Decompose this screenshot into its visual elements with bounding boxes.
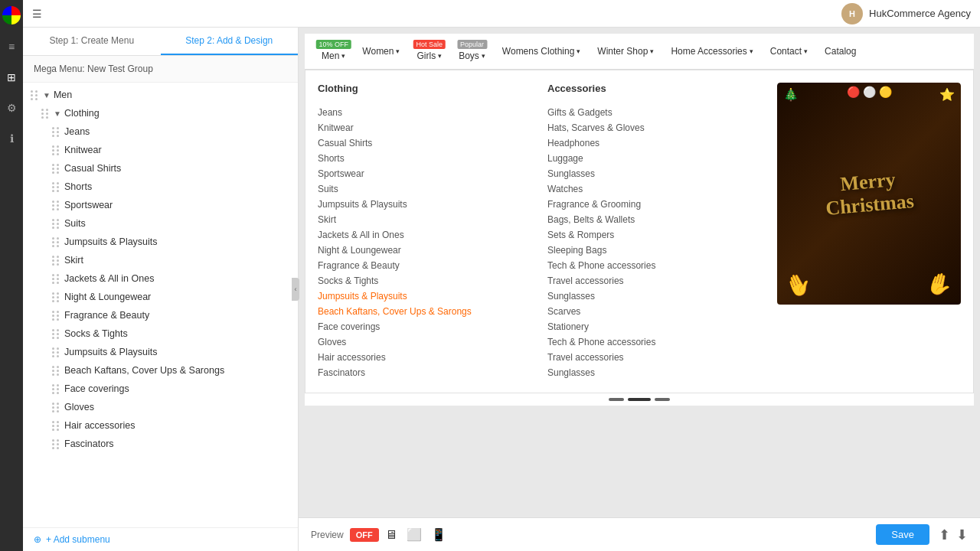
mobile-icon[interactable]: 📱 <box>431 527 446 542</box>
preview-toggle[interactable]: OFF <box>350 528 379 542</box>
acc-item-sunglasses2[interactable]: Sunglasses <box>547 289 762 304</box>
menu-item-gloves[interactable]: Gloves <box>23 398 298 416</box>
acc-item-luggage[interactable]: Luggage <box>547 151 762 166</box>
tablet-icon[interactable]: ⬜ <box>407 527 422 542</box>
menu-item-socks-tights[interactable]: Socks & Tights <box>23 324 298 343</box>
item-label: Sportswear <box>64 200 292 210</box>
item-label: Fascinators <box>64 439 292 449</box>
item-label: Night & Loungewear <box>64 292 292 302</box>
acc-item-travel2[interactable]: Travel accessories <box>547 350 762 365</box>
clothing-item-fragrance[interactable]: Fragrance & Beauty <box>318 258 532 273</box>
item-label: Hair accessories <box>64 420 292 431</box>
drag-handle <box>52 439 60 449</box>
nav-item-womens-clothing[interactable]: Womens Clothing ▾ <box>495 43 589 60</box>
acc-item-travel[interactable]: Travel accessories <box>547 273 762 289</box>
christmas-image-container: 🎄 ⭐ 🔴 ⚪ 🟡 MerryChristmas <box>777 83 961 380</box>
nav-item-catalog[interactable]: Catalog <box>817 43 864 60</box>
menu-item-face-coverings[interactable]: Face coverings <box>23 380 298 398</box>
nav-item-men[interactable]: 10% OFF Men ▾ <box>314 38 353 64</box>
tab-step1[interactable]: Step 1: Create Menu <box>23 28 161 55</box>
clothing-item-skirt[interactable]: Skirt <box>318 212 532 227</box>
slider-dot-1[interactable] <box>609 398 624 401</box>
tab-step2[interactable]: Step 2: Add & Design <box>161 28 299 55</box>
acc-item-bags[interactable]: Bags, Belts & Wallets <box>547 212 762 227</box>
menu-item-jackets[interactable]: Jackets & All in Ones <box>23 269 298 288</box>
app-sidebar: ≡ ⊞ ⚙ ℹ <box>0 0 23 551</box>
menu-item-knitwear[interactable]: Knitwear <box>23 141 298 159</box>
menu-item-night-loungewear[interactable]: Night & Loungewear <box>23 288 298 306</box>
nav-item-boys[interactable]: Popular Boys ▾ <box>451 38 493 64</box>
sidebar-settings-icon[interactable]: ⚙ <box>3 99 20 116</box>
clothing-item-jackets[interactable]: Jackets & All in Ones <box>318 227 532 243</box>
clothing-item-socks-tights[interactable]: Socks & Tights <box>318 273 532 289</box>
menu-item-beach-kaftans[interactable]: Beach Kaftans, Cover Ups & Sarongs <box>23 361 298 380</box>
top-bar: ☰ H HukCommerce Agency <box>23 0 980 28</box>
clothing-item-night-loungewear[interactable]: Night & Loungewear <box>318 243 532 258</box>
acc-item-sleeping-bags[interactable]: Sleeping Bags <box>547 243 762 258</box>
drag-handle <box>52 274 60 284</box>
acc-item-sets[interactable]: Sets & Rompers <box>547 227 762 243</box>
nav-item-girls[interactable]: Hot Sale Girls ▾ <box>409 38 449 64</box>
clothing-item-jumpsuits2[interactable]: Jumpsuits & Playsuits <box>318 289 532 304</box>
acc-item-sunglasses[interactable]: Sunglasses <box>547 166 762 181</box>
left-panel-wrapper: Step 1: Create Menu Step 2: Add & Design… <box>23 28 299 551</box>
acc-item-fragrance[interactable]: Fragrance & Grooming <box>547 197 762 212</box>
menu-item-suits[interactable]: Suits <box>23 214 298 233</box>
acc-item-watches[interactable]: Watches <box>547 181 762 197</box>
menu-item-casual-shirts[interactable]: Casual Shirts <box>23 159 298 178</box>
clothing-item-gloves[interactable]: Gloves <box>318 334 532 350</box>
hamburger-icon[interactable]: ☰ <box>32 8 42 20</box>
item-label: Socks & Tights <box>64 328 292 339</box>
nav-item-women[interactable]: Women ▾ <box>354 43 407 60</box>
clothing-item-face-coverings[interactable]: Face coverings <box>318 319 532 334</box>
menu-item-jumpsuits2[interactable]: Jumpsuits & Playsuits <box>23 343 298 361</box>
nav-item-contact[interactable]: Contact ▾ <box>763 43 815 60</box>
menu-item-sportswear[interactable]: Sportswear <box>23 196 298 214</box>
acc-item-gifts[interactable]: Gifts & Gadgets <box>547 105 762 120</box>
acc-item-stationery[interactable]: Stationery <box>547 319 762 334</box>
acc-item-tech-phone[interactable]: Tech & Phone accessories <box>547 258 762 273</box>
item-label: Shorts <box>64 181 292 192</box>
menu-item-men[interactable]: ▼ Men <box>23 86 298 104</box>
acc-item-sunglasses3[interactable]: Sunglasses <box>547 365 762 380</box>
clothing-item-shorts[interactable]: Shorts <box>318 151 532 166</box>
clothing-item-beach-kaftans[interactable]: Beach Kaftans, Cover Ups & Sarongs <box>318 304 532 319</box>
sidebar-nav-icon[interactable]: ≡ <box>3 38 20 55</box>
menu-item-jumpsuits[interactable]: Jumpsuits & Playsuits <box>23 233 298 251</box>
acc-item-headphones[interactable]: Headphones <box>547 135 762 151</box>
menu-item-skirt[interactable]: Skirt <box>23 251 298 269</box>
acc-item-hats[interactable]: Hats, Scarves & Gloves <box>547 120 762 135</box>
clothing-item-suits[interactable]: Suits <box>318 181 532 197</box>
slider-dot-active[interactable] <box>628 398 651 401</box>
acc-item-scarves[interactable]: Scarves <box>547 304 762 319</box>
clothing-item-fascinators[interactable]: Fascinators <box>318 365 532 380</box>
menu-item-fascinators[interactable]: Fascinators <box>23 435 298 453</box>
nav-item-home-accessories[interactable]: Home Accessories ▾ <box>663 43 760 60</box>
nav-item-winter-shop[interactable]: Winter Shop ▾ <box>590 43 662 60</box>
arrow-icon: ▼ <box>43 91 51 99</box>
clothing-item-knitwear[interactable]: Knitwear <box>318 120 532 135</box>
menu-item-jeans[interactable]: Jeans <box>23 122 298 141</box>
clothing-item-jeans[interactable]: Jeans <box>318 105 532 120</box>
clothing-item-casual-shirts[interactable]: Casual Shirts <box>318 135 532 151</box>
panel-collapse-button[interactable]: ‹ <box>292 278 299 301</box>
add-submenu-button[interactable]: ⊕ + Add submenu <box>23 527 298 551</box>
slider-dot-3[interactable] <box>655 398 670 401</box>
save-button[interactable]: Save <box>876 524 929 545</box>
drag-handle <box>52 219 60 229</box>
christmas-ornament-right: ⭐ <box>939 87 955 102</box>
clothing-item-hair-accessories[interactable]: Hair accessories <box>318 350 532 365</box>
clothing-item-sportswear[interactable]: Sportswear <box>318 166 532 181</box>
clothing-item-jumpsuits[interactable]: Jumpsuits & Playsuits <box>318 197 532 212</box>
import-icon[interactable]: ⬆ <box>939 527 950 543</box>
export-icon[interactable]: ⬇ <box>956 527 968 543</box>
menu-item-clothing[interactable]: ▼ Clothing <box>23 104 298 122</box>
menu-item-shorts[interactable]: Shorts <box>23 178 298 196</box>
desktop-icon[interactable]: 🖥 <box>385 528 397 542</box>
acc-item-tech-phone2[interactable]: Tech & Phone accessories <box>547 334 762 350</box>
menu-item-fragrance[interactable]: Fragrance & Beauty <box>23 306 298 324</box>
sidebar-grid-icon[interactable]: ⊞ <box>3 69 20 86</box>
nav-label-catalog: Catalog <box>825 46 856 57</box>
menu-item-hair-accessories[interactable]: Hair accessories <box>23 416 298 435</box>
sidebar-info-icon[interactable]: ℹ <box>3 130 20 147</box>
